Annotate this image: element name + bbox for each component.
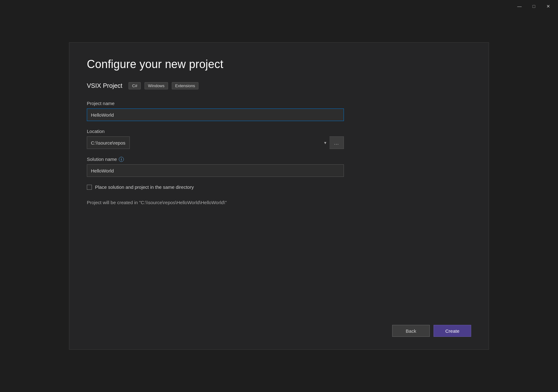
back-button[interactable]: Back — [392, 325, 430, 337]
project-type-name: VSIX Project — [87, 82, 122, 89]
location-group: Location C:\\source\repos ... — [87, 129, 471, 149]
checkbox-row: Place solution and project in the same d… — [87, 184, 471, 190]
project-name-group: Project name — [87, 101, 471, 121]
location-select-wrapper: C:\\source\repos — [87, 136, 329, 149]
close-button[interactable]: ✕ — [541, 1, 555, 11]
page-title: Configure your new project — [87, 58, 471, 71]
solution-name-label: Solution name i — [87, 156, 471, 162]
location-label: Location — [87, 129, 471, 134]
project-path-info: Project will be created in "C:\\source\r… — [87, 200, 471, 205]
tag-extensions: Extensions — [172, 82, 199, 89]
configure-project-dialog: Configure your new project VSIX Project … — [69, 42, 489, 350]
same-directory-checkbox[interactable] — [87, 185, 92, 190]
solution-name-group: Solution name i — [87, 156, 471, 177]
solution-name-input[interactable] — [87, 164, 344, 177]
minimize-button[interactable]: — — [512, 1, 527, 11]
solution-name-info-icon[interactable]: i — [119, 157, 124, 162]
project-name-input[interactable] — [87, 109, 344, 121]
location-row: C:\\source\repos ... — [87, 136, 344, 149]
tag-windows: Windows — [145, 82, 168, 89]
maximize-button[interactable]: □ — [527, 1, 541, 11]
bottom-actions: Back Create — [392, 325, 471, 337]
project-name-label: Project name — [87, 101, 471, 106]
title-bar: — □ ✕ — [512, 0, 558, 13]
project-type-row: VSIX Project C# Windows Extensions — [87, 82, 471, 89]
browse-button[interactable]: ... — [329, 136, 344, 149]
checkbox-label[interactable]: Place solution and project in the same d… — [95, 184, 194, 190]
create-button[interactable]: Create — [434, 325, 471, 337]
tag-csharp: C# — [129, 82, 141, 89]
location-select[interactable]: C:\\source\repos — [87, 136, 130, 149]
